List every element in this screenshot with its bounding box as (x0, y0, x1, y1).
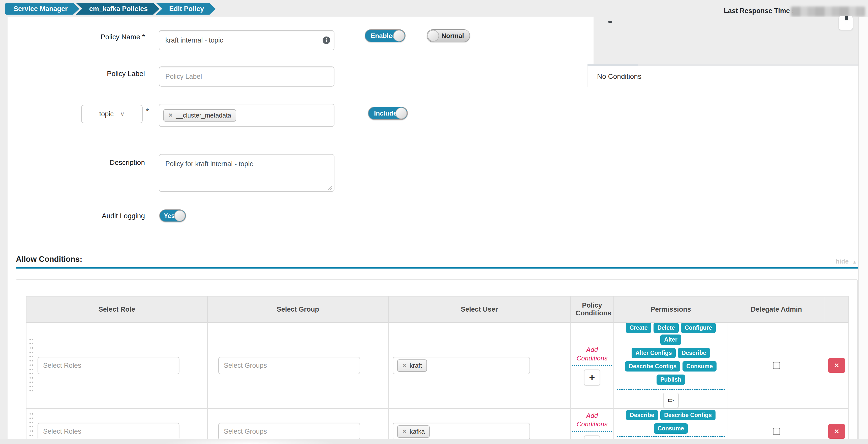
select-roles-input[interactable] (37, 422, 180, 440)
breadcrumb-cm-kafka-policies[interactable]: cm_kafka Policies (76, 3, 159, 14)
select-users-input[interactable]: ✕ kafka (393, 422, 530, 440)
hide-section-link[interactable]: hide▲ (816, 258, 857, 265)
panel-corner-button[interactable] (838, 15, 853, 30)
chevron-down-icon: ∨ (120, 110, 125, 117)
permission-badge: Describe (626, 410, 658, 420)
policy-priority-toggle[interactable]: Normal (427, 29, 470, 42)
toggle-knob (396, 107, 407, 119)
edit-permissions-button[interactable]: ✏ (663, 392, 679, 408)
permission-badge: Delete (653, 323, 679, 333)
user-tag-text: kafka (410, 428, 425, 435)
permission-badge: Describe (678, 348, 710, 358)
pencil-icon: ✏ (668, 396, 674, 405)
toggle-knob (393, 30, 405, 41)
textarea-resize-handle[interactable] (327, 184, 332, 190)
panel-divider-dark (588, 64, 638, 66)
bottom-shadow-glow (161, 438, 338, 444)
header-actions (825, 296, 848, 322)
table-row: ✕ kraft Add Conditions + Create De (26, 322, 848, 409)
header-select-user: Select User (389, 296, 570, 322)
tag-remove-icon[interactable]: ✕ (402, 363, 407, 369)
drag-handle-icon[interactable] (29, 337, 33, 394)
clipped-text-fragment (608, 21, 612, 23)
user-tag-text: kraft (410, 362, 422, 369)
dashed-divider (617, 436, 725, 437)
header-select-role: Select Role (26, 296, 208, 322)
select-roles-input[interactable] (37, 357, 180, 374)
user-tag: ✕ kraft (397, 360, 427, 372)
permission-badge: Configure (681, 323, 716, 333)
permission-badge: Alter (660, 335, 681, 345)
header-permissions: Permissions (614, 296, 728, 322)
permission-badge: Consume (682, 361, 716, 372)
remove-row-button[interactable]: ✕ (828, 358, 845, 373)
audit-logging-label: Audit Logging (9, 212, 145, 220)
allow-conditions-title: Allow Conditions: (16, 255, 82, 264)
permission-badge: Describe Configs (660, 410, 715, 420)
conditions-panel-header (593, 16, 859, 64)
close-icon: ✕ (834, 362, 839, 370)
permission-badge: Create (626, 323, 651, 333)
permission-badge: Describe Configs (625, 361, 680, 372)
policy-name-input[interactable] (159, 30, 335, 50)
permissions-badges: Describe Describe Configs Consume (615, 410, 727, 434)
viewport-bottom-edge (0, 439, 868, 444)
delegate-admin-checkbox[interactable] (773, 428, 780, 435)
table-header-row: Select Role Select Group Select User Pol… (26, 296, 848, 322)
breadcrumb: Service Manager cm_kafka Policies Edit P… (5, 3, 216, 14)
header-delegate-admin: Delegate Admin (728, 296, 825, 322)
policy-label-input[interactable] (159, 66, 335, 87)
permissions-badges: Create Delete Configure Alter Alter Conf… (615, 323, 727, 385)
resource-tag: ✕ __cluster_metadata (163, 109, 236, 122)
caret-up-icon: ▲ (852, 259, 857, 265)
edit-policy-page: Service Manager cm_kafka Policies Edit P… (0, 0, 868, 444)
resource-value-input[interactable]: ✕ __cluster_metadata (159, 104, 335, 127)
scrollbar-gutter[interactable] (859, 16, 868, 444)
header-policy-conditions: Policy Conditions (570, 296, 614, 322)
description-label: Description (9, 159, 145, 167)
tag-remove-icon[interactable]: ✕ (168, 112, 173, 118)
resource-tag-text: __cluster_metadata (176, 112, 231, 119)
resource-type-dropdown[interactable]: topic ∨ (81, 105, 143, 123)
policy-priority-toggle-label: Normal (441, 32, 464, 40)
add-conditions-link[interactable]: Add Conditions (572, 345, 612, 366)
add-conditions-link[interactable]: Add Conditions (572, 411, 612, 432)
header-select-group: Select Group (208, 296, 389, 322)
section-underline (16, 267, 858, 269)
no-conditions-panel: No Conditions (588, 66, 859, 87)
permission-badge: Alter Configs (631, 348, 676, 358)
select-groups-input[interactable] (218, 357, 360, 374)
select-groups-input[interactable] (218, 422, 360, 440)
last-response-time-label: Last Response Time : (724, 7, 794, 15)
hide-label: hide (836, 258, 848, 265)
info-icon: i (322, 36, 330, 44)
include-toggle-label: Include (374, 109, 397, 117)
plus-icon: + (589, 373, 595, 383)
audit-logging-toggle[interactable]: Yes (159, 209, 186, 222)
tag-remove-icon[interactable]: ✕ (402, 429, 407, 435)
policy-enabled-toggle[interactable]: Enabled (365, 29, 405, 42)
remove-row-button[interactable]: ✕ (828, 424, 845, 439)
permission-badge: Consume (654, 423, 688, 434)
delegate-admin-checkbox[interactable] (773, 362, 780, 369)
breadcrumb-service-manager[interactable]: Service Manager (5, 3, 80, 14)
required-asterisk: * (146, 107, 149, 116)
policy-label-label: Policy Label (9, 70, 145, 78)
allow-conditions-table: Select Role Select Group Select User Pol… (26, 296, 848, 444)
select-users-input[interactable]: ✕ kraft (393, 357, 530, 374)
close-icon: ✕ (834, 428, 839, 436)
toggle-knob (174, 210, 185, 221)
include-toggle[interactable]: Include (368, 107, 408, 120)
breadcrumb-edit-policy[interactable]: Edit Policy (156, 3, 216, 14)
policy-name-label: Policy Name * (9, 33, 145, 41)
user-tag: ✕ kafka (397, 425, 430, 438)
panel-divider-light (638, 64, 859, 66)
description-textarea[interactable]: Policy for kraft internal - topic (159, 154, 335, 192)
toggle-knob (428, 30, 439, 41)
clipped-glyph (845, 15, 848, 21)
no-conditions-text: No Conditions (597, 72, 642, 80)
permission-badge: Publish (656, 375, 685, 385)
add-condition-button[interactable]: + (584, 370, 600, 386)
last-response-time-value-redacted (791, 6, 865, 16)
policy-enabled-toggle-label: Enabled (371, 32, 396, 40)
